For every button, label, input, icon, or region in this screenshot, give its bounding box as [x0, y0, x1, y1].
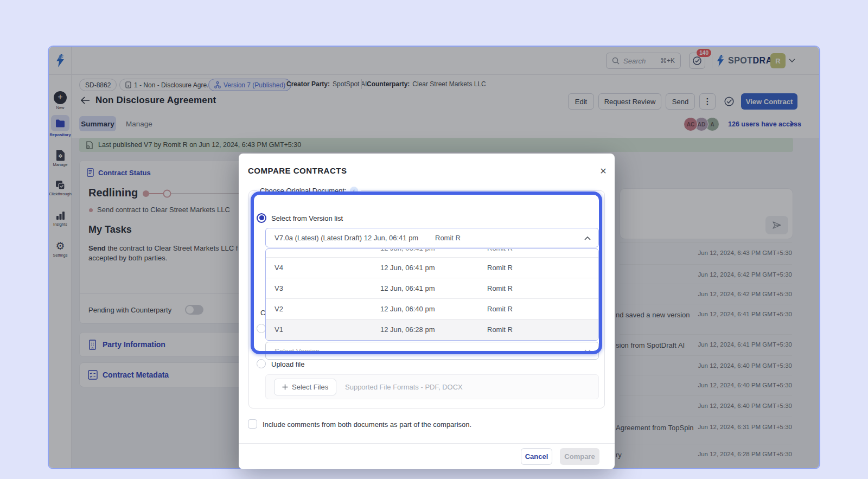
version-label: V3	[275, 284, 283, 292]
version-label: V2	[275, 305, 283, 313]
include-comments-label: Include comments from both documents as …	[263, 420, 471, 429]
cancel-label: Cancel	[525, 452, 548, 461]
selected-version-author: Romit R	[435, 234, 461, 242]
version-dropdown-list: 12 Jun, 06:41 pm Romit R V4 12 Jun, 06:4…	[265, 248, 599, 341]
choose-original-legend: Choose Original Document:	[257, 187, 361, 195]
version-label: V1	[275, 325, 283, 334]
modal-title: COMPARE CONTRACTS	[248, 166, 347, 175]
version-label: V4	[275, 264, 283, 272]
plus-icon	[282, 384, 288, 390]
version-author: Romit R	[487, 249, 513, 252]
radio-revised-version[interactable]	[257, 324, 266, 335]
version-time: 12 Jun, 06:28 pm	[380, 325, 435, 334]
include-comments-checkbox[interactable]	[248, 419, 257, 429]
select-files-button[interactable]: Select Files	[274, 379, 336, 395]
version-option-v2[interactable]: V2 12 Jun, 06:40 pm Romit R	[266, 299, 598, 320]
file-upload-area: Select Files Supported File Formats - PD…	[265, 374, 599, 399]
version-time: 12 Jun, 06:41 pm	[380, 249, 435, 252]
version-option-v1[interactable]: V1 12 Jun, 06:28 pm Romit R	[266, 320, 598, 340]
version-author: Romit R	[487, 264, 513, 272]
chevron-up-icon	[584, 236, 591, 240]
select-files-label: Select Files	[292, 383, 328, 391]
radio-on-icon	[257, 213, 266, 223]
version-author: Romit R	[487, 325, 513, 334]
selected-version-text: V7.0a (Latest) (Latest Draft) 12 Jun, 06…	[275, 234, 418, 242]
version-option-v4[interactable]: V4 12 Jun, 06:41 pm Romit R	[266, 258, 598, 278]
radio-select-from-version[interactable]	[257, 213, 266, 223]
radio-select-from-version-label: Select from Version list	[271, 214, 343, 222]
cancel-button[interactable]: Cancel	[521, 448, 552, 465]
radio-off-icon	[257, 359, 266, 368]
compare-label: Compare	[564, 452, 595, 461]
revised-version-select[interactable]: Select Version	[265, 342, 599, 360]
version-time: 12 Jun, 06:40 pm	[380, 305, 435, 313]
select-version-placeholder: Select Version	[275, 347, 320, 355]
version-time: 12 Jun, 06:41 pm	[380, 284, 435, 292]
compare-button[interactable]: Compare	[560, 448, 599, 465]
info-icon[interactable]	[350, 187, 358, 195]
version-author: Romit R	[487, 284, 513, 292]
upload-file-label: Upload file	[271, 360, 304, 368]
version-time: 12 Jun, 06:41 pm	[380, 264, 435, 272]
close-icon[interactable]	[597, 164, 610, 177]
compare-contracts-modal: COMPARE CONTRACTS Choose Original Docume…	[239, 154, 615, 469]
supported-formats-hint: Supported File Formats - PDF, DOCX	[345, 383, 463, 391]
footer-divider	[239, 443, 615, 444]
version-option-clipped[interactable]: 12 Jun, 06:41 pm Romit R	[266, 249, 598, 258]
original-version-select[interactable]: V7.0a (Latest) (Latest Draft) 12 Jun, 06…	[265, 228, 599, 247]
radio-off-icon	[257, 324, 266, 333]
chevron-down-icon	[584, 349, 591, 354]
radio-upload-file[interactable]	[257, 359, 266, 371]
version-option-v3[interactable]: V3 12 Jun, 06:41 pm Romit R	[266, 278, 598, 299]
version-author: Romit R	[487, 305, 513, 313]
